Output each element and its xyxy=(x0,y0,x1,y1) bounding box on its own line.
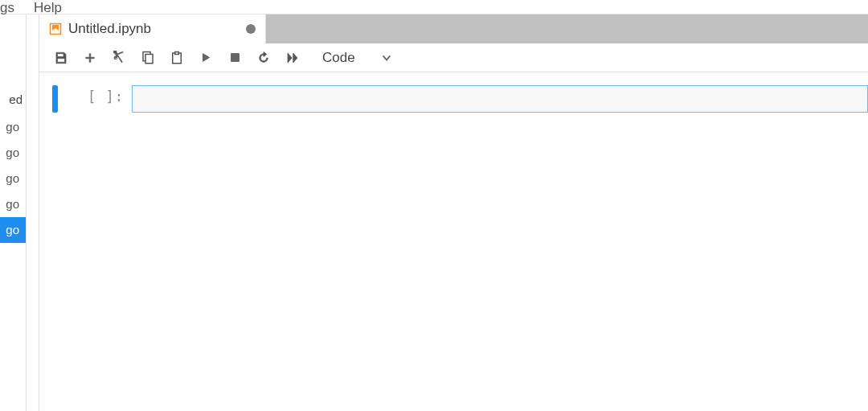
tab-notebook[interactable]: Untitled.ipynb xyxy=(39,14,266,43)
sidebar: ed go go go go go xyxy=(0,14,27,411)
notebook-toolbar: Code xyxy=(39,43,868,72)
interrupt-button[interactable] xyxy=(221,47,248,69)
cell-type-label: Code xyxy=(322,50,355,66)
cell-input[interactable] xyxy=(132,85,868,113)
sidebar-item-4[interactable]: go xyxy=(0,217,26,243)
notebook-icon xyxy=(49,23,62,35)
insert-cell-button[interactable] xyxy=(76,47,104,69)
vertical-scrollbar[interactable] xyxy=(862,14,868,411)
tab-dirty-indicator-icon xyxy=(246,24,256,34)
sidebar-item-0[interactable]: go xyxy=(0,114,26,140)
run-button[interactable] xyxy=(192,47,219,69)
tabbar: Untitled.ipynb xyxy=(39,14,868,43)
sidebar-splitter[interactable] xyxy=(27,14,39,411)
tab-title: Untitled.ipynb xyxy=(68,21,151,37)
cell-prompt: [ ]: xyxy=(66,85,124,105)
code-cell[interactable]: [ ]: xyxy=(52,85,868,113)
menu-help[interactable]: Help xyxy=(34,0,62,16)
sidebar-section-header: ed xyxy=(0,85,26,114)
sidebar-item-2[interactable]: go xyxy=(0,166,26,191)
menubar: tings Help xyxy=(0,0,868,14)
svg-rect-4 xyxy=(175,51,179,54)
copy-button[interactable] xyxy=(134,47,162,69)
chevron-down-icon xyxy=(381,52,392,64)
run-all-button[interactable] xyxy=(279,47,306,69)
cell-area: [ ]: xyxy=(39,72,868,113)
svg-rect-2 xyxy=(145,54,153,63)
menu-settings[interactable]: tings xyxy=(0,0,14,16)
save-button[interactable] xyxy=(47,47,75,69)
sidebar-item-1[interactable]: go xyxy=(0,140,26,166)
cell-type-dropdown[interactable]: Code xyxy=(322,50,392,66)
cut-button[interactable] xyxy=(105,47,133,69)
cell-select-bar[interactable] xyxy=(52,85,58,113)
svg-rect-5 xyxy=(231,54,239,62)
main-area: Untitled.ipynb Co xyxy=(39,14,868,411)
paste-button[interactable] xyxy=(163,47,190,69)
restart-button[interactable] xyxy=(250,47,277,69)
sidebar-item-3[interactable]: go xyxy=(0,191,26,217)
